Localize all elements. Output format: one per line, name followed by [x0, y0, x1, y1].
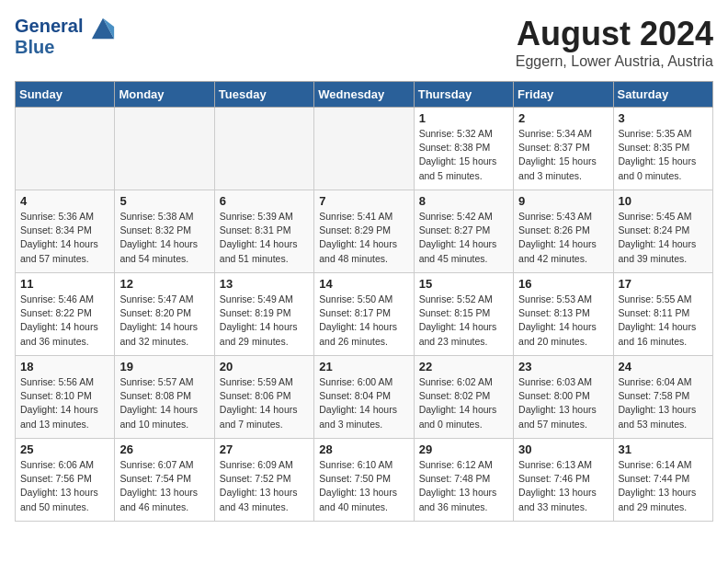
page-header: General Blue August 2024 Eggern, Lower A… [15, 15, 713, 70]
day-number: 22 [419, 360, 508, 373]
day-info: Sunrise: 5:38 AMSunset: 8:32 PMDaylight:… [119, 210, 209, 266]
calendar-day-cell: 12Sunrise: 5:47 AMSunset: 8:20 PMDayligh… [115, 273, 214, 356]
calendar-day-cell: 30Sunrise: 6:13 AMSunset: 7:46 PMDayligh… [514, 439, 613, 522]
calendar-day-cell: 15Sunrise: 5:52 AMSunset: 8:15 PMDayligh… [414, 273, 513, 356]
day-info: Sunrise: 6:12 AMSunset: 7:48 PMDaylight:… [419, 458, 508, 514]
calendar-day-cell: 27Sunrise: 6:09 AMSunset: 7:52 PMDayligh… [214, 439, 313, 522]
day-number: 7 [319, 194, 408, 208]
day-number: 21 [319, 360, 408, 373]
calendar-day-cell: 19Sunrise: 5:57 AMSunset: 8:08 PMDayligh… [115, 356, 214, 439]
calendar-day-cell: 7Sunrise: 5:41 AMSunset: 8:29 PMDaylight… [314, 190, 414, 273]
calendar-day-cell: 28Sunrise: 6:10 AMSunset: 7:50 PMDayligh… [314, 439, 414, 522]
day-number: 2 [518, 111, 608, 125]
day-number: 10 [619, 194, 708, 208]
calendar-week-row: 11Sunrise: 5:46 AMSunset: 8:22 PMDayligh… [16, 273, 713, 356]
weekday-header: Monday [115, 82, 214, 108]
day-info: Sunrise: 5:41 AMSunset: 8:29 PMDaylight:… [319, 210, 408, 266]
day-info: Sunrise: 5:46 AMSunset: 8:22 PMDaylight:… [20, 293, 109, 349]
day-info: Sunrise: 5:45 AMSunset: 8:24 PMDaylight:… [619, 210, 708, 266]
calendar-day-cell: 4Sunrise: 5:36 AMSunset: 8:34 PMDaylight… [16, 190, 115, 273]
day-number: 13 [220, 277, 309, 291]
day-info: Sunrise: 5:53 AMSunset: 8:13 PMDaylight:… [518, 293, 608, 349]
day-number: 28 [319, 442, 408, 456]
day-number: 19 [119, 360, 209, 373]
calendar-day-cell: 22Sunrise: 6:02 AMSunset: 8:02 PMDayligh… [414, 356, 513, 439]
day-number: 14 [319, 277, 408, 291]
calendar-week-row: 1Sunrise: 5:32 AMSunset: 8:38 PMDaylight… [16, 108, 713, 190]
day-number: 27 [220, 442, 309, 456]
day-number: 31 [619, 442, 708, 456]
day-info: Sunrise: 6:10 AMSunset: 7:50 PMDaylight:… [319, 458, 408, 514]
calendar-day-cell: 31Sunrise: 6:14 AMSunset: 7:44 PMDayligh… [613, 439, 712, 522]
day-info: Sunrise: 5:43 AMSunset: 8:26 PMDaylight:… [518, 210, 608, 266]
calendar-day-cell: 21Sunrise: 6:00 AMSunset: 8:04 PMDayligh… [314, 356, 414, 439]
day-info: Sunrise: 5:52 AMSunset: 8:15 PMDaylight:… [419, 293, 508, 349]
day-number: 15 [419, 277, 508, 291]
day-info: Sunrise: 6:09 AMSunset: 7:52 PMDaylight:… [220, 458, 309, 514]
weekday-header: Tuesday [214, 82, 313, 108]
weekday-header: Friday [514, 82, 613, 108]
calendar-day-cell: 25Sunrise: 6:06 AMSunset: 7:56 PMDayligh… [16, 439, 115, 522]
day-info: Sunrise: 5:56 AMSunset: 8:10 PMDaylight:… [20, 375, 109, 431]
day-number: 23 [518, 360, 608, 373]
day-number: 25 [20, 442, 109, 456]
day-number: 8 [419, 194, 508, 208]
calendar-day-cell [115, 108, 214, 190]
calendar-day-cell: 10Sunrise: 5:45 AMSunset: 8:24 PMDayligh… [613, 190, 712, 273]
calendar-week-row: 4Sunrise: 5:36 AMSunset: 8:34 PMDaylight… [16, 190, 713, 273]
day-info: Sunrise: 6:07 AMSunset: 7:54 PMDaylight:… [119, 458, 209, 514]
calendar-day-cell: 13Sunrise: 5:49 AMSunset: 8:19 PMDayligh… [214, 273, 313, 356]
calendar-day-cell: 18Sunrise: 5:56 AMSunset: 8:10 PMDayligh… [16, 356, 115, 439]
day-number: 16 [518, 277, 608, 291]
calendar-week-row: 18Sunrise: 5:56 AMSunset: 8:10 PMDayligh… [16, 356, 713, 439]
calendar-week-row: 25Sunrise: 6:06 AMSunset: 7:56 PMDayligh… [16, 439, 713, 522]
calendar-day-cell [214, 108, 313, 190]
calendar-day-cell [314, 108, 414, 190]
day-info: Sunrise: 5:59 AMSunset: 8:06 PMDaylight:… [220, 375, 309, 431]
calendar-day-cell: 29Sunrise: 6:12 AMSunset: 7:48 PMDayligh… [414, 439, 513, 522]
day-number: 3 [619, 111, 708, 125]
day-info: Sunrise: 5:34 AMSunset: 8:37 PMDaylight:… [518, 127, 608, 183]
day-info: Sunrise: 6:06 AMSunset: 7:56 PMDaylight:… [20, 458, 109, 514]
day-info: Sunrise: 5:36 AMSunset: 8:34 PMDaylight:… [20, 210, 109, 266]
weekday-header-row: SundayMondayTuesdayWednesdayThursdayFrid… [16, 82, 713, 108]
day-info: Sunrise: 6:03 AMSunset: 8:00 PMDaylight:… [518, 375, 608, 431]
day-info: Sunrise: 6:00 AMSunset: 8:04 PMDaylight:… [319, 375, 408, 431]
day-info: Sunrise: 5:55 AMSunset: 8:11 PMDaylight:… [619, 293, 708, 349]
weekday-header: Thursday [414, 82, 513, 108]
day-number: 17 [619, 277, 708, 291]
calendar-day-cell: 17Sunrise: 5:55 AMSunset: 8:11 PMDayligh… [613, 273, 712, 356]
day-number: 11 [20, 277, 109, 291]
day-number: 18 [20, 360, 109, 373]
weekday-header: Wednesday [314, 82, 414, 108]
calendar-day-cell: 1Sunrise: 5:32 AMSunset: 8:38 PMDaylight… [414, 108, 513, 190]
day-info: Sunrise: 5:50 AMSunset: 8:17 PMDaylight:… [319, 293, 408, 349]
day-number: 30 [518, 442, 608, 456]
day-info: Sunrise: 6:13 AMSunset: 7:46 PMDaylight:… [518, 458, 608, 514]
month-year-title: August 2024 [516, 15, 713, 53]
day-info: Sunrise: 5:47 AMSunset: 8:20 PMDaylight:… [119, 293, 209, 349]
day-number: 1 [419, 111, 508, 125]
day-info: Sunrise: 5:42 AMSunset: 8:27 PMDaylight:… [419, 210, 508, 266]
calendar-day-cell: 24Sunrise: 6:04 AMSunset: 7:58 PMDayligh… [613, 356, 712, 439]
day-number: 24 [619, 360, 708, 373]
calendar-day-cell: 2Sunrise: 5:34 AMSunset: 8:37 PMDaylight… [514, 108, 613, 190]
day-number: 29 [419, 442, 508, 456]
calendar-day-cell: 20Sunrise: 5:59 AMSunset: 8:06 PMDayligh… [214, 356, 313, 439]
day-info: Sunrise: 5:49 AMSunset: 8:19 PMDaylight:… [220, 293, 309, 349]
calendar-day-cell: 16Sunrise: 5:53 AMSunset: 8:13 PMDayligh… [514, 273, 613, 356]
day-number: 26 [119, 442, 209, 456]
weekday-header: Sunday [16, 82, 115, 108]
calendar-day-cell: 6Sunrise: 5:39 AMSunset: 8:31 PMDaylight… [214, 190, 313, 273]
location-subtitle: Eggern, Lower Austria, Austria [516, 53, 713, 70]
day-info: Sunrise: 5:32 AMSunset: 8:38 PMDaylight:… [419, 127, 508, 183]
day-number: 4 [20, 194, 109, 208]
calendar-day-cell: 3Sunrise: 5:35 AMSunset: 8:35 PMDaylight… [613, 108, 712, 190]
day-info: Sunrise: 6:02 AMSunset: 8:02 PMDaylight:… [419, 375, 508, 431]
calendar-day-cell: 14Sunrise: 5:50 AMSunset: 8:17 PMDayligh… [314, 273, 414, 356]
day-info: Sunrise: 5:39 AMSunset: 8:31 PMDaylight:… [220, 210, 309, 266]
day-info: Sunrise: 6:04 AMSunset: 7:58 PMDaylight:… [619, 375, 708, 431]
day-number: 20 [220, 360, 309, 373]
day-info: Sunrise: 6:14 AMSunset: 7:44 PMDaylight:… [619, 458, 708, 514]
weekday-header: Saturday [613, 82, 712, 108]
